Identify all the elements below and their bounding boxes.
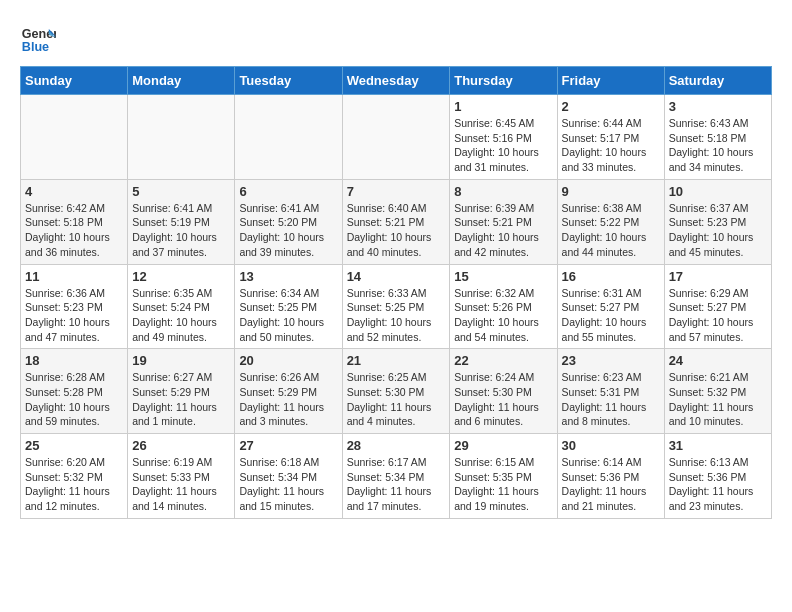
calendar-cell: 9Sunrise: 6:38 AM Sunset: 5:22 PM Daylig… bbox=[557, 179, 664, 264]
column-header-monday: Monday bbox=[128, 67, 235, 95]
calendar-cell: 28Sunrise: 6:17 AM Sunset: 5:34 PM Dayli… bbox=[342, 434, 450, 519]
day-number: 15 bbox=[454, 269, 552, 284]
day-detail: Sunrise: 6:39 AM Sunset: 5:21 PM Dayligh… bbox=[454, 201, 552, 260]
calendar-cell: 2Sunrise: 6:44 AM Sunset: 5:17 PM Daylig… bbox=[557, 95, 664, 180]
day-detail: Sunrise: 6:44 AM Sunset: 5:17 PM Dayligh… bbox=[562, 116, 660, 175]
svg-text:Blue: Blue bbox=[22, 40, 49, 54]
day-number: 7 bbox=[347, 184, 446, 199]
column-header-sunday: Sunday bbox=[21, 67, 128, 95]
week-row-5: 25Sunrise: 6:20 AM Sunset: 5:32 PM Dayli… bbox=[21, 434, 772, 519]
day-number: 30 bbox=[562, 438, 660, 453]
calendar-cell: 31Sunrise: 6:13 AM Sunset: 5:36 PM Dayli… bbox=[664, 434, 771, 519]
calendar-cell: 14Sunrise: 6:33 AM Sunset: 5:25 PM Dayli… bbox=[342, 264, 450, 349]
calendar-cell: 7Sunrise: 6:40 AM Sunset: 5:21 PM Daylig… bbox=[342, 179, 450, 264]
calendar-cell: 13Sunrise: 6:34 AM Sunset: 5:25 PM Dayli… bbox=[235, 264, 342, 349]
day-number: 5 bbox=[132, 184, 230, 199]
day-number: 18 bbox=[25, 353, 123, 368]
day-number: 17 bbox=[669, 269, 767, 284]
calendar-cell bbox=[235, 95, 342, 180]
calendar-cell: 8Sunrise: 6:39 AM Sunset: 5:21 PM Daylig… bbox=[450, 179, 557, 264]
day-detail: Sunrise: 6:23 AM Sunset: 5:31 PM Dayligh… bbox=[562, 370, 660, 429]
day-number: 27 bbox=[239, 438, 337, 453]
day-number: 3 bbox=[669, 99, 767, 114]
calendar-cell: 24Sunrise: 6:21 AM Sunset: 5:32 PM Dayli… bbox=[664, 349, 771, 434]
week-row-4: 18Sunrise: 6:28 AM Sunset: 5:28 PM Dayli… bbox=[21, 349, 772, 434]
day-number: 9 bbox=[562, 184, 660, 199]
calendar-cell: 21Sunrise: 6:25 AM Sunset: 5:30 PM Dayli… bbox=[342, 349, 450, 434]
day-detail: Sunrise: 6:26 AM Sunset: 5:29 PM Dayligh… bbox=[239, 370, 337, 429]
calendar-cell: 18Sunrise: 6:28 AM Sunset: 5:28 PM Dayli… bbox=[21, 349, 128, 434]
logo: General Blue bbox=[20, 20, 56, 56]
day-number: 29 bbox=[454, 438, 552, 453]
calendar-cell: 26Sunrise: 6:19 AM Sunset: 5:33 PM Dayli… bbox=[128, 434, 235, 519]
calendar-cell bbox=[21, 95, 128, 180]
calendar-cell bbox=[128, 95, 235, 180]
day-number: 28 bbox=[347, 438, 446, 453]
day-number: 13 bbox=[239, 269, 337, 284]
day-detail: Sunrise: 6:18 AM Sunset: 5:34 PM Dayligh… bbox=[239, 455, 337, 514]
day-detail: Sunrise: 6:42 AM Sunset: 5:18 PM Dayligh… bbox=[25, 201, 123, 260]
calendar-cell: 5Sunrise: 6:41 AM Sunset: 5:19 PM Daylig… bbox=[128, 179, 235, 264]
day-detail: Sunrise: 6:33 AM Sunset: 5:25 PM Dayligh… bbox=[347, 286, 446, 345]
day-detail: Sunrise: 6:31 AM Sunset: 5:27 PM Dayligh… bbox=[562, 286, 660, 345]
day-detail: Sunrise: 6:43 AM Sunset: 5:18 PM Dayligh… bbox=[669, 116, 767, 175]
day-detail: Sunrise: 6:24 AM Sunset: 5:30 PM Dayligh… bbox=[454, 370, 552, 429]
column-header-wednesday: Wednesday bbox=[342, 67, 450, 95]
calendar-table: SundayMondayTuesdayWednesdayThursdayFrid… bbox=[20, 66, 772, 519]
day-number: 21 bbox=[347, 353, 446, 368]
day-number: 8 bbox=[454, 184, 552, 199]
calendar-cell: 6Sunrise: 6:41 AM Sunset: 5:20 PM Daylig… bbox=[235, 179, 342, 264]
day-number: 23 bbox=[562, 353, 660, 368]
day-detail: Sunrise: 6:21 AM Sunset: 5:32 PM Dayligh… bbox=[669, 370, 767, 429]
day-detail: Sunrise: 6:32 AM Sunset: 5:26 PM Dayligh… bbox=[454, 286, 552, 345]
day-number: 25 bbox=[25, 438, 123, 453]
week-row-3: 11Sunrise: 6:36 AM Sunset: 5:23 PM Dayli… bbox=[21, 264, 772, 349]
calendar-cell bbox=[342, 95, 450, 180]
calendar-cell: 17Sunrise: 6:29 AM Sunset: 5:27 PM Dayli… bbox=[664, 264, 771, 349]
day-detail: Sunrise: 6:17 AM Sunset: 5:34 PM Dayligh… bbox=[347, 455, 446, 514]
day-detail: Sunrise: 6:14 AM Sunset: 5:36 PM Dayligh… bbox=[562, 455, 660, 514]
day-detail: Sunrise: 6:20 AM Sunset: 5:32 PM Dayligh… bbox=[25, 455, 123, 514]
day-detail: Sunrise: 6:45 AM Sunset: 5:16 PM Dayligh… bbox=[454, 116, 552, 175]
calendar-cell: 10Sunrise: 6:37 AM Sunset: 5:23 PM Dayli… bbox=[664, 179, 771, 264]
day-number: 31 bbox=[669, 438, 767, 453]
day-number: 10 bbox=[669, 184, 767, 199]
day-detail: Sunrise: 6:15 AM Sunset: 5:35 PM Dayligh… bbox=[454, 455, 552, 514]
day-detail: Sunrise: 6:35 AM Sunset: 5:24 PM Dayligh… bbox=[132, 286, 230, 345]
day-number: 20 bbox=[239, 353, 337, 368]
day-number: 26 bbox=[132, 438, 230, 453]
calendar-cell: 23Sunrise: 6:23 AM Sunset: 5:31 PM Dayli… bbox=[557, 349, 664, 434]
header-row: SundayMondayTuesdayWednesdayThursdayFrid… bbox=[21, 67, 772, 95]
day-detail: Sunrise: 6:13 AM Sunset: 5:36 PM Dayligh… bbox=[669, 455, 767, 514]
day-detail: Sunrise: 6:19 AM Sunset: 5:33 PM Dayligh… bbox=[132, 455, 230, 514]
day-detail: Sunrise: 6:25 AM Sunset: 5:30 PM Dayligh… bbox=[347, 370, 446, 429]
day-detail: Sunrise: 6:27 AM Sunset: 5:29 PM Dayligh… bbox=[132, 370, 230, 429]
day-number: 1 bbox=[454, 99, 552, 114]
day-number: 2 bbox=[562, 99, 660, 114]
day-number: 19 bbox=[132, 353, 230, 368]
calendar-cell: 30Sunrise: 6:14 AM Sunset: 5:36 PM Dayli… bbox=[557, 434, 664, 519]
calendar-cell: 4Sunrise: 6:42 AM Sunset: 5:18 PM Daylig… bbox=[21, 179, 128, 264]
calendar-cell: 22Sunrise: 6:24 AM Sunset: 5:30 PM Dayli… bbox=[450, 349, 557, 434]
day-number: 4 bbox=[25, 184, 123, 199]
calendar-cell: 25Sunrise: 6:20 AM Sunset: 5:32 PM Dayli… bbox=[21, 434, 128, 519]
calendar-cell: 29Sunrise: 6:15 AM Sunset: 5:35 PM Dayli… bbox=[450, 434, 557, 519]
day-detail: Sunrise: 6:41 AM Sunset: 5:19 PM Dayligh… bbox=[132, 201, 230, 260]
day-detail: Sunrise: 6:41 AM Sunset: 5:20 PM Dayligh… bbox=[239, 201, 337, 260]
page-header: General Blue bbox=[20, 20, 772, 56]
day-number: 14 bbox=[347, 269, 446, 284]
calendar-cell: 11Sunrise: 6:36 AM Sunset: 5:23 PM Dayli… bbox=[21, 264, 128, 349]
calendar-cell: 1Sunrise: 6:45 AM Sunset: 5:16 PM Daylig… bbox=[450, 95, 557, 180]
calendar-cell: 20Sunrise: 6:26 AM Sunset: 5:29 PM Dayli… bbox=[235, 349, 342, 434]
calendar-cell: 3Sunrise: 6:43 AM Sunset: 5:18 PM Daylig… bbox=[664, 95, 771, 180]
day-detail: Sunrise: 6:28 AM Sunset: 5:28 PM Dayligh… bbox=[25, 370, 123, 429]
calendar-cell: 15Sunrise: 6:32 AM Sunset: 5:26 PM Dayli… bbox=[450, 264, 557, 349]
day-detail: Sunrise: 6:34 AM Sunset: 5:25 PM Dayligh… bbox=[239, 286, 337, 345]
day-number: 22 bbox=[454, 353, 552, 368]
day-number: 12 bbox=[132, 269, 230, 284]
day-detail: Sunrise: 6:40 AM Sunset: 5:21 PM Dayligh… bbox=[347, 201, 446, 260]
week-row-1: 1Sunrise: 6:45 AM Sunset: 5:16 PM Daylig… bbox=[21, 95, 772, 180]
calendar-cell: 19Sunrise: 6:27 AM Sunset: 5:29 PM Dayli… bbox=[128, 349, 235, 434]
day-detail: Sunrise: 6:38 AM Sunset: 5:22 PM Dayligh… bbox=[562, 201, 660, 260]
day-number: 24 bbox=[669, 353, 767, 368]
